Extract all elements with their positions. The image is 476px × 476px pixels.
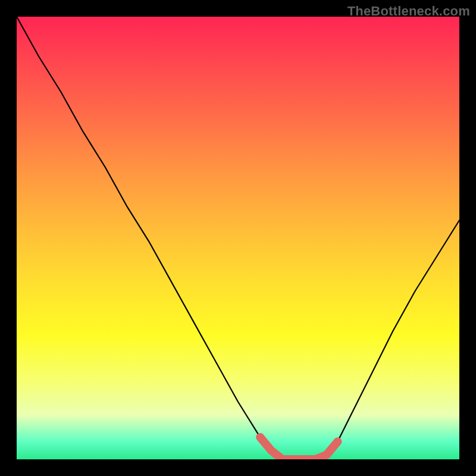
gradient-background (17, 17, 459, 459)
watermark-text: TheBottleneck.com (347, 4, 470, 19)
chart-svg (17, 17, 459, 459)
chart-plot-area (17, 17, 459, 459)
